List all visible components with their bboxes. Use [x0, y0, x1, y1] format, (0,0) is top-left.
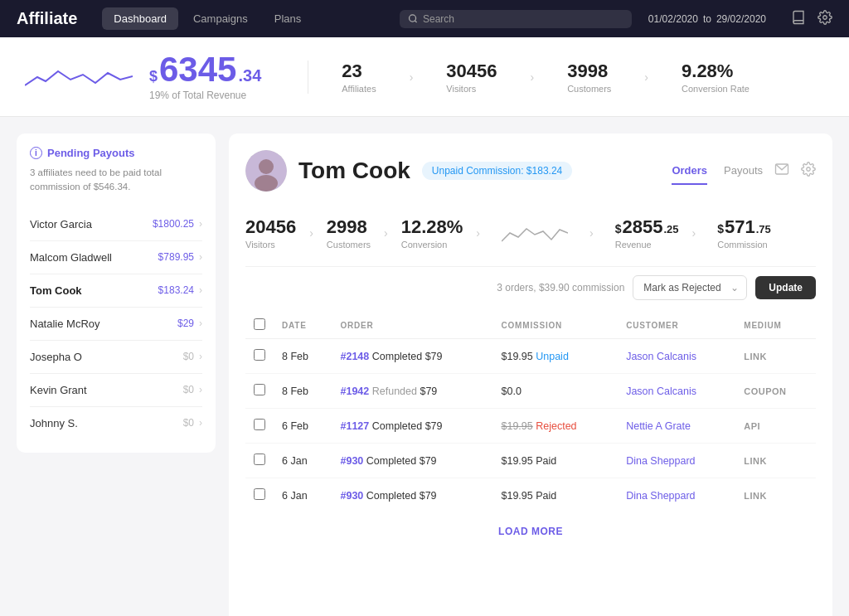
nav-campaigns[interactable]: Campaigns: [182, 7, 260, 30]
th-date: DATE: [274, 312, 332, 339]
row-checkbox[interactable]: [254, 488, 265, 500]
select-all-checkbox[interactable]: [254, 318, 265, 330]
list-item[interactable]: Johnny S. $0 ›: [30, 407, 202, 439]
customer-name[interactable]: Dina Sheppard: [626, 455, 695, 467]
order-price: $79: [420, 455, 437, 467]
revenue-dollar-sign: $: [615, 222, 622, 235]
stat-arrow-1: ›: [410, 70, 414, 84]
affiliate-name: Tom Cook: [30, 284, 82, 297]
order-medium: LINK: [735, 444, 816, 478]
order-date: 8 Feb: [274, 374, 332, 409]
svg-point-4: [259, 159, 274, 174]
settings-icon[interactable]: [817, 10, 832, 28]
payment-status: Unpaid: [536, 351, 569, 362]
affiliate-amount: $0: [183, 384, 194, 395]
order-commission: $0.0: [493, 374, 619, 409]
row-checkbox[interactable]: [254, 384, 265, 395]
th-commission: COMMISSION: [493, 312, 619, 339]
mini-revenue-chart: [502, 216, 568, 250]
order-status: Completed: [372, 420, 422, 432]
status-select[interactable]: Mark as Rejected Mark as Paid Mark as Un…: [633, 275, 747, 300]
pending-title-text: Pending Payouts: [47, 147, 134, 159]
row-checkbox[interactable]: [254, 419, 265, 430]
order-status: Completed: [366, 455, 416, 467]
order-number[interactable]: #1942: [340, 386, 369, 397]
affiliate-list: Victor Garcia $1800.25 › Malcom Gladwell…: [30, 208, 202, 439]
affiliate-header: Tom Cook Unpaid Commission: $183.24 Orde…: [245, 150, 816, 192]
order-medium: LINK: [735, 339, 816, 374]
affiliate-name: Malcom Gladwell: [30, 251, 112, 264]
order-date: 6 Jan: [274, 444, 332, 478]
stat-group: 23 Affiliates › 30456 Visitors › 3998 Cu…: [342, 61, 750, 94]
order-price: $79: [425, 420, 443, 432]
order-number[interactable]: #930: [340, 490, 363, 502]
stats-divider: [308, 61, 308, 94]
order-medium: COUPON: [735, 374, 816, 409]
order-number[interactable]: #930: [340, 455, 363, 467]
load-more-button[interactable]: LOAD MORE: [245, 512, 816, 551]
order-commission: $19.95 Rejected: [493, 409, 619, 444]
chevron-right-icon: ›: [199, 284, 202, 296]
pending-desc: 3 affiliates need to be paid total commi…: [30, 166, 202, 195]
affiliate-amount: $0: [183, 351, 194, 362]
row-checkbox[interactable]: [254, 349, 265, 361]
search-input[interactable]: [423, 13, 623, 25]
row-checkbox-cell: [245, 444, 274, 478]
svg-point-7: [807, 167, 811, 172]
detail-stat-revenue: $ 2855 .25 Revenue: [615, 216, 679, 250]
order-ref: #2148 Completed $79: [332, 339, 492, 374]
order-commission: $19.95 Paid: [493, 444, 619, 478]
list-item[interactable]: Victor Garcia $1800.25 ›: [30, 208, 202, 241]
revenue-main: 6345: [159, 52, 236, 87]
row-checkbox[interactable]: [254, 454, 265, 465]
order-commission: $19.95 Paid: [493, 478, 619, 513]
detail-stat-commission: $ 571 .75 Commission: [717, 216, 771, 250]
th-order: ORDER: [332, 312, 492, 339]
affiliate-amount: $29: [177, 318, 194, 329]
table-row: 8 Feb #2148 Completed $79 $19.95 Unpaid …: [245, 339, 816, 374]
tab-orders[interactable]: Orders: [672, 158, 707, 185]
svg-point-2: [823, 15, 827, 19]
revenue-cents: .34: [238, 66, 261, 85]
avatar-image: [245, 150, 287, 192]
row-checkbox-cell: [245, 339, 274, 374]
order-number[interactable]: #2148: [340, 351, 369, 362]
settings-gear-icon[interactable]: [801, 162, 816, 180]
commission-value: $19.95: [502, 490, 533, 502]
detail-arrow-1: ›: [309, 226, 313, 240]
detail-visitors-value: 20456: [245, 216, 296, 238]
customer-name[interactable]: Jason Calcanis: [626, 351, 696, 362]
list-item[interactable]: Josepha O $0 ›: [30, 341, 202, 374]
order-customer: Dina Sheppard: [618, 444, 735, 478]
tab-payouts[interactable]: Payouts: [724, 158, 763, 185]
th-medium: MEDIUM: [735, 312, 816, 339]
visitors-label: Visitors: [446, 84, 476, 94]
customer-name[interactable]: Dina Sheppard: [626, 490, 695, 502]
list-item[interactable]: Malcom Gladwell $789.95 ›: [30, 241, 202, 274]
affiliate-name: Josepha O: [30, 351, 82, 363]
header: Affiliate Dashboard Campaigns Plans 01/0…: [0, 0, 849, 37]
affiliate-amount: $0: [183, 417, 194, 429]
customer-name[interactable]: Nettie A Grate: [626, 420, 691, 432]
nav-dashboard[interactable]: Dashboard: [102, 7, 178, 30]
customer-name[interactable]: Jason Calcanis: [626, 386, 696, 397]
order-number[interactable]: #1127: [340, 420, 369, 432]
customers-value: 3998: [567, 61, 608, 82]
nav-plans[interactable]: Plans: [263, 7, 313, 30]
unpaid-badge: Unpaid Commission: $183.24: [422, 162, 572, 180]
order-ref: #930 Completed $79: [332, 478, 492, 513]
order-controls: 3 orders, $39.90 commission Mark as Reje…: [245, 267, 816, 312]
book-icon[interactable]: [791, 10, 806, 28]
detail-conversion-value: 12.28%: [401, 216, 463, 238]
affiliate-name: Victor Garcia: [30, 218, 92, 230]
app-brand: Affiliate: [17, 9, 77, 28]
list-item[interactable]: Natalie McRoy $29 ›: [30, 308, 202, 341]
list-item[interactable]: Tom Cook $183.24 ›: [30, 274, 202, 308]
order-commission: $19.95 Unpaid: [493, 339, 619, 374]
order-ref: #1942 Refunded $79: [332, 374, 492, 409]
update-button[interactable]: Update: [755, 276, 816, 299]
email-icon[interactable]: [774, 162, 789, 180]
table-row: 6 Jan #930 Completed $79 $19.95 Paid Din…: [245, 478, 816, 513]
list-item[interactable]: Kevin Grant $0 ›: [30, 374, 202, 407]
rejected-label: Rejected: [536, 420, 576, 432]
